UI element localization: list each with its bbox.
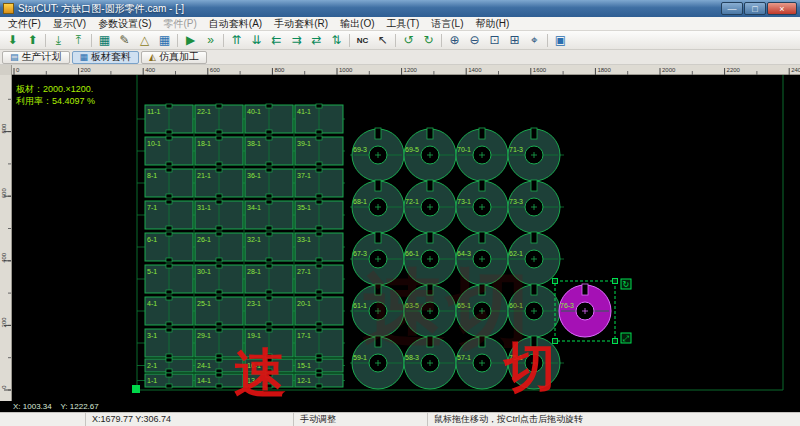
part-rect[interactable]: 38-1	[245, 136, 293, 166]
zoom-in-icon[interactable]: ⊕	[445, 32, 464, 49]
nest-up-icon[interactable]: ⬆	[23, 32, 42, 49]
zoom-fit-icon[interactable]: ⊞	[505, 32, 524, 49]
align-left-icon[interactable]: ⇇	[267, 32, 286, 49]
part-rect[interactable]: 15-1	[295, 358, 343, 373]
distribute-v-icon[interactable]: ⇅	[327, 32, 346, 49]
align-top-icon[interactable]: ⇈	[227, 32, 246, 49]
part-rect[interactable]: 40-1	[245, 104, 293, 134]
part-rect[interactable]: 27-1	[295, 264, 343, 294]
parts-table-icon[interactable]: ▦	[95, 32, 114, 49]
part-rect[interactable]: 1-1	[145, 373, 193, 388]
start-nest-icon[interactable]: ▶	[181, 32, 200, 49]
zoom-window-icon[interactable]: ⊡	[485, 32, 504, 49]
part-rect[interactable]: 4-1	[145, 296, 193, 326]
part-rect[interactable]: 36-1	[245, 168, 293, 198]
part-rect[interactable]: 30-1	[195, 264, 243, 294]
rotate-ccw-icon[interactable]: ↺	[399, 32, 418, 49]
part-rect[interactable]: 17-1	[295, 328, 343, 358]
part-rect[interactable]: 8-1	[145, 168, 193, 198]
menu-part[interactable]: 零件(P)	[157, 17, 202, 31]
nest-down-icon[interactable]: ⬇	[3, 32, 22, 49]
part-ring[interactable]: 70-1	[456, 128, 508, 181]
window-title: StarCUT: 方缺口图-圆形零件.cam - [-]	[18, 2, 721, 16]
selection-handle[interactable]	[613, 339, 618, 344]
part-label: 20-1	[297, 300, 311, 307]
part-ring[interactable]: 69-5	[404, 128, 456, 181]
part-rect[interactable]: 31-1	[195, 200, 243, 230]
part-rect[interactable]: 41-1	[295, 104, 343, 134]
nc-output-icon[interactable]: NC	[353, 32, 372, 49]
part-rect[interactable]: 34-1	[245, 200, 293, 230]
part-rect[interactable]: 10-1	[145, 136, 193, 166]
menu-file[interactable]: 文件(F)	[2, 17, 47, 31]
align-right-icon[interactable]: ⇉	[287, 32, 306, 49]
lift-from-sheet-icon[interactable]: ⤒	[69, 32, 88, 49]
rotate-cw-icon[interactable]: ↻	[419, 32, 438, 49]
minimize-button[interactable]: —	[721, 2, 743, 15]
part-rect[interactable]: 5-1	[145, 264, 193, 294]
selection-handle[interactable]	[613, 279, 618, 284]
select-cursor-icon[interactable]: ↖	[373, 32, 392, 49]
part-rect[interactable]: 2-1	[145, 358, 193, 373]
part-ring[interactable]: 71-3	[508, 128, 560, 181]
menu-output[interactable]: 输出(O)	[334, 17, 380, 31]
part-ring[interactable]: 73-3	[508, 180, 560, 233]
distribute-h-icon[interactable]: ⇄	[307, 32, 326, 49]
tab-production-plan[interactable]: ▤生产计划	[2, 51, 70, 64]
menu-language[interactable]: 语言(L)	[425, 17, 469, 31]
fast-nest-icon[interactable]: »	[201, 32, 220, 49]
part-rect[interactable]: 20-1	[295, 296, 343, 326]
part-label: 32-1	[247, 236, 261, 243]
menu-help[interactable]: 帮助(H)	[470, 17, 516, 31]
menu-settings[interactable]: 参数设置(S)	[92, 17, 157, 31]
part-rect[interactable]: 7-1	[145, 200, 193, 230]
part-label: 68-1	[353, 198, 367, 205]
menu-manual-nest[interactable]: 手动套料(R)	[268, 17, 334, 31]
menu-tools[interactable]: 工具(T)	[381, 17, 426, 31]
zoom-out-icon[interactable]: ⊖	[465, 32, 484, 49]
part-rect[interactable]: 35-1	[295, 200, 343, 230]
vertical-ruler: 8006004002000	[0, 75, 12, 401]
part-rect[interactable]: 28-1	[245, 264, 293, 294]
part-rect[interactable]: 22-1	[195, 104, 243, 134]
part-rect[interactable]: 37-1	[295, 168, 343, 198]
array-copy-icon[interactable]: ▦	[155, 32, 174, 49]
part-rect[interactable]: 26-1	[195, 232, 243, 262]
close-button[interactable]: ×	[767, 2, 797, 15]
maximize-button[interactable]: □	[744, 2, 766, 15]
part-rect[interactable]: 25-1	[195, 296, 243, 326]
part-rect[interactable]: 21-1	[195, 168, 243, 198]
part-rect[interactable]: 23-1	[245, 296, 293, 326]
window-layout-icon[interactable]: ▣	[551, 32, 570, 49]
part-ring-selected[interactable]: 76-3	[559, 284, 611, 337]
part-label: 36-1	[247, 172, 261, 179]
menu-auto-nest[interactable]: 自动套料(A)	[203, 17, 268, 31]
selection-handle[interactable]	[553, 279, 558, 284]
part-rect[interactable]: 32-1	[245, 232, 293, 262]
nesting-canvas[interactable]: 11-122-140-141-110-118-138-139-18-121-13…	[12, 75, 800, 401]
part-ring[interactable]: 72-1	[404, 180, 456, 233]
part-ring[interactable]: 69-3	[352, 128, 404, 181]
edit-part-icon[interactable]: ✎	[115, 32, 134, 49]
part-label: 29-1	[197, 332, 211, 339]
part-label: 38-1	[247, 140, 261, 147]
tab-simulation[interactable]: ◭仿真加工	[141, 51, 207, 64]
part-rect[interactable]: 12-1	[295, 373, 343, 388]
part-rect[interactable]: 11-1	[145, 104, 193, 134]
measure-icon[interactable]: △	[135, 32, 154, 49]
drop-to-sheet-icon[interactable]: ⤓	[49, 32, 68, 49]
pan-icon[interactable]: ⌖	[525, 32, 544, 49]
part-ring[interactable]: 73-1	[456, 180, 508, 233]
svg-text:↻: ↻	[623, 280, 630, 289]
part-rect[interactable]: 18-1	[195, 136, 243, 166]
part-rect[interactable]: 39-1	[295, 136, 343, 166]
nesting-scene[interactable]: 11-122-140-141-110-118-138-139-18-121-13…	[12, 75, 800, 401]
part-ring[interactable]: 68-1	[352, 180, 404, 233]
menu-view[interactable]: 显示(V)	[47, 17, 92, 31]
align-bottom-icon[interactable]: ⇊	[247, 32, 266, 49]
part-label: 19-1	[247, 332, 261, 339]
part-rect[interactable]: 6-1	[145, 232, 193, 262]
part-rect[interactable]: 33-1	[295, 232, 343, 262]
part-rect[interactable]: 3-1	[145, 328, 193, 358]
tab-sheet-nesting[interactable]: ▦板材套料	[72, 51, 140, 64]
